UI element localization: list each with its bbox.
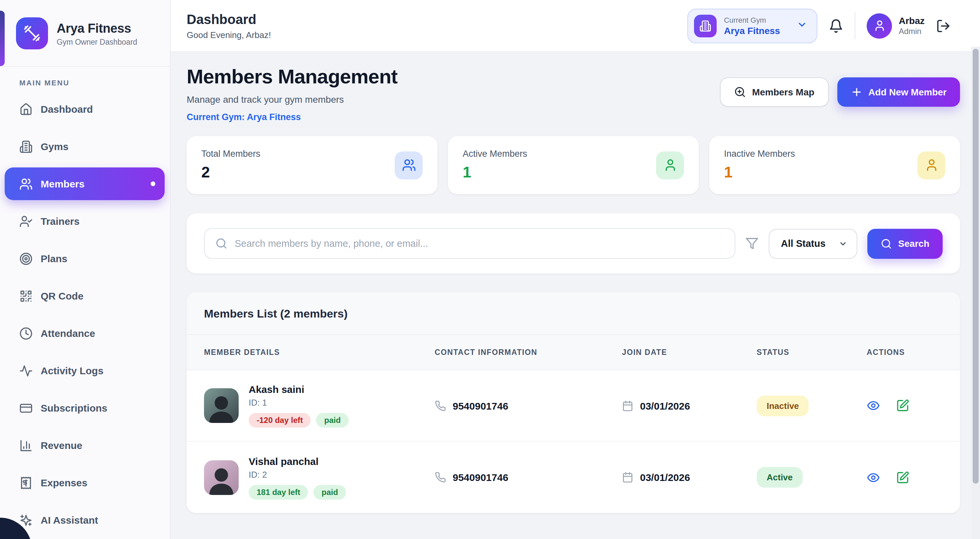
stat-text: Total Members 2: [201, 149, 260, 182]
member-details-cell: Akash saini ID: 1 -120 day left paid: [204, 384, 435, 427]
sidebar-item-qr-code[interactable]: QR Code: [5, 279, 165, 312]
edit-member-pencil-icon[interactable]: [896, 470, 909, 484]
credit-card-icon: [19, 401, 33, 415]
bar-chart-icon: [19, 439, 33, 452]
column-header-actions: ACTIONS: [867, 348, 943, 356]
topbar-titles: Dashboard Good Evening, Arbaz!: [187, 12, 271, 40]
status-filter-select[interactable]: All Status: [769, 228, 858, 258]
actions-cell: [867, 470, 943, 484]
filter-funnel-icon[interactable]: [746, 237, 759, 250]
status-badge: Inactive: [757, 395, 809, 416]
topbar-right: Current Gym Arya Fitness Arb: [687, 8, 951, 43]
member-phone: 9540901746: [453, 472, 508, 483]
page-subtitle: Manage and track your gym members: [187, 94, 397, 105]
stat-value: 1: [724, 163, 795, 182]
members-map-button[interactable]: Members Map: [720, 77, 828, 107]
member-name: Vishal panchal: [249, 455, 346, 467]
member-photo: [204, 388, 239, 423]
status-badge: Active: [757, 467, 803, 488]
current-gym-link[interactable]: Current Gym: Arya Fitness: [187, 112, 397, 122]
member-join-date: 03/01/2026: [640, 472, 690, 483]
sidebar-item-label: Revenue: [41, 440, 82, 451]
stat-card-total-members: Total Members 2: [187, 136, 438, 194]
join-date-cell: 03/01/2026: [622, 400, 757, 411]
search-button[interactable]: Search: [868, 228, 943, 258]
members-list-header: Members List (2 members): [187, 292, 960, 335]
page-header: Members Management Manage and track your…: [187, 65, 960, 122]
sidebar-item-subscriptions[interactable]: Subscriptions: [5, 392, 165, 424]
add-new-member-button[interactable]: Add New Member: [837, 77, 960, 107]
sidebar-item-revenue[interactable]: Revenue: [5, 429, 165, 462]
edit-member-pencil-icon[interactable]: [896, 399, 909, 412]
stat-card-active-members: Active Members 1: [448, 136, 698, 194]
member-id: ID: 2: [249, 469, 346, 479]
users-icon: [19, 177, 33, 190]
user-role: Admin: [899, 27, 925, 36]
sidebar-item-label: Activity Logs: [41, 365, 103, 376]
search-icon: [881, 238, 892, 249]
topbar: Dashboard Good Evening, Arbaz! Current G…: [171, 0, 980, 52]
column-header-member-details: MEMBER DETAILS: [204, 348, 435, 356]
status-cell: Inactive: [757, 395, 867, 416]
user-icon: [917, 151, 945, 179]
gym-building-icon: [694, 14, 717, 37]
sidebar-accent-stripe: [0, 11, 5, 66]
brand-text: Arya Fitness Gym Owner Dashboard: [57, 21, 137, 46]
sidebar-item-ai-assistant[interactable]: AI Assistant: [5, 504, 165, 536]
logout-icon[interactable]: [936, 18, 951, 33]
sparkles-icon: [19, 513, 33, 527]
chevron-down-icon: [797, 19, 807, 32]
brand: Arya Fitness Gym Owner Dashboard: [0, 0, 170, 67]
sidebar-item-attendance[interactable]: Attendance: [5, 317, 165, 349]
member-badges: 181 day left paid: [249, 485, 346, 499]
clock-icon: [19, 327, 33, 340]
plus-icon: [850, 86, 862, 98]
phone-icon: [435, 400, 446, 411]
payment-badge: paid: [313, 485, 346, 499]
scrollbar-thumb[interactable]: [973, 49, 978, 484]
current-gym-selector[interactable]: Current Gym Arya Fitness: [687, 8, 817, 43]
calendar-icon: [622, 472, 633, 483]
user-menu[interactable]: Arbaz Admin: [867, 13, 925, 38]
sidebar-item-expenses[interactable]: Expenses: [5, 466, 165, 499]
sidebar-item-label: Trainers: [41, 215, 80, 227]
sidebar-item-label: Attendance: [41, 327, 95, 339]
add-new-member-label: Add New Member: [868, 87, 947, 97]
gym-selector-label: Current Gym: [724, 16, 780, 24]
main-menu-label: MAIN MENU: [0, 67, 170, 87]
target-icon: [19, 252, 33, 265]
building-icon: [19, 140, 33, 153]
page-scrollbar[interactable]: [971, 47, 980, 539]
search-button-label: Search: [898, 238, 929, 249]
stat-text: Active Members 1: [463, 149, 527, 182]
notifications-bell-icon[interactable]: [829, 18, 843, 33]
chevron-down-icon: [839, 239, 848, 248]
stat-card-inactive-members: Inactive Members 1: [710, 136, 960, 194]
user-name: Arbaz: [899, 15, 925, 26]
user-text: Arbaz Admin: [899, 15, 925, 36]
users-icon: [395, 151, 423, 179]
join-date-cell: 03/01/2026: [622, 472, 757, 483]
days-left-badge: 181 day left: [249, 485, 308, 499]
sidebar-item-trainers[interactable]: Trainers: [5, 205, 165, 238]
sidebar-item-gyms[interactable]: Gyms: [5, 130, 165, 163]
sidebar-item-plans[interactable]: Plans: [5, 242, 165, 275]
search-input[interactable]: [235, 238, 724, 249]
member-details-cell: Vishal panchal ID: 2 181 day left paid: [204, 455, 435, 499]
sidebar-item-activity-logs[interactable]: Activity Logs: [5, 354, 165, 387]
search-icon: [215, 238, 228, 249]
sidebar-item-label: Dashboard: [41, 104, 93, 115]
sidebar-item-label: Gyms: [41, 141, 68, 152]
home-icon: [19, 102, 33, 116]
stat-text: Inactive Members 1: [724, 149, 795, 182]
stats-row: Total Members 2 Active Members 1: [187, 136, 960, 194]
sidebar-item-members[interactable]: Members: [5, 167, 165, 200]
app-window: Arya Fitness Gym Owner Dashboard MAIN ME…: [0, 0, 980, 539]
view-member-eye-icon[interactable]: [867, 470, 880, 484]
view-member-eye-icon[interactable]: [867, 399, 880, 412]
members-list-title: Members List (2 members): [204, 308, 943, 321]
contact-cell: 9540901746: [435, 400, 622, 411]
sidebar-item-dashboard[interactable]: Dashboard: [5, 93, 165, 125]
actions-cell: [867, 399, 943, 412]
sidebar-item-label: Plans: [41, 253, 67, 264]
